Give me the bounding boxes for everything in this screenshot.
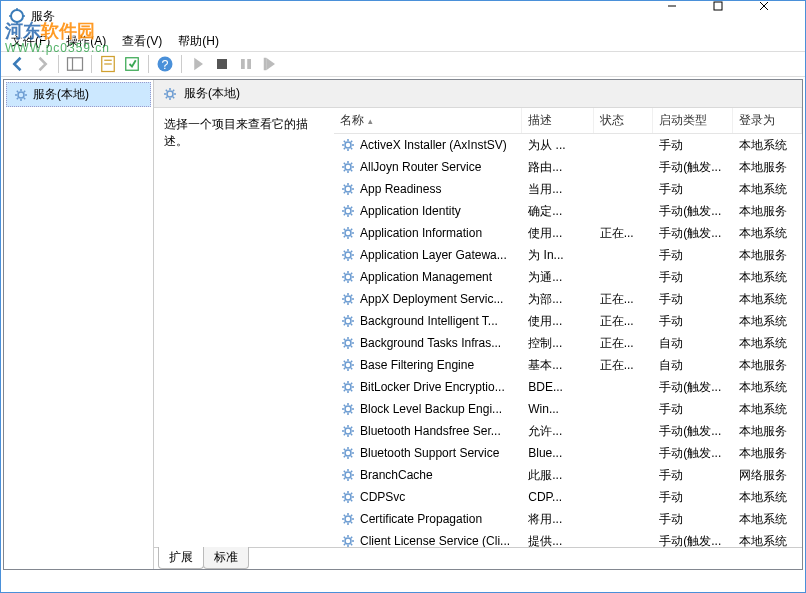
- table-row[interactable]: Block Level Backup Engi...Win...手动本地系统: [334, 398, 802, 420]
- service-start: 手动: [653, 509, 732, 530]
- service-name: Background Tasks Infras...: [360, 336, 501, 350]
- table-row[interactable]: AllJoyn Router Service路由...手动(触发...本地服务: [334, 156, 802, 178]
- service-name: Application Management: [360, 270, 492, 284]
- menu-view[interactable]: 查看(V): [116, 31, 168, 52]
- maximize-button[interactable]: [713, 1, 759, 31]
- tab-extended[interactable]: 扩展: [158, 547, 204, 569]
- gear-icon: [340, 511, 356, 527]
- table-row[interactable]: BranchCache此服...手动网络服务: [334, 464, 802, 486]
- gear-icon: [340, 225, 356, 241]
- service-name: Application Identity: [360, 204, 461, 218]
- service-desc: 使用...: [522, 223, 593, 244]
- service-logon: 本地系统: [733, 223, 802, 244]
- menu-action[interactable]: 操作(A): [60, 31, 112, 52]
- table-row[interactable]: Bluetooth Support ServiceBlue...手动(触发...…: [334, 442, 802, 464]
- col-status[interactable]: 状态: [594, 108, 654, 133]
- tree-root[interactable]: 服务(本地): [6, 82, 151, 107]
- service-name: Background Intelligent T...: [360, 314, 498, 328]
- stop-button[interactable]: [211, 53, 233, 75]
- table-row[interactable]: Application Management为通...手动本地系统: [334, 266, 802, 288]
- service-name: App Readiness: [360, 182, 441, 196]
- svg-rect-9: [68, 58, 83, 71]
- service-start: 手动: [653, 245, 732, 266]
- service-status: [594, 407, 654, 411]
- service-logon: 本地系统: [733, 135, 802, 156]
- table-row[interactable]: BitLocker Drive Encryptio...BDE...手动(触发.…: [334, 376, 802, 398]
- col-name[interactable]: 名称▴: [334, 108, 522, 133]
- minimize-button[interactable]: [667, 1, 713, 31]
- svg-point-38: [345, 472, 351, 478]
- table-row[interactable]: Certificate Propagation将用...手动本地系统: [334, 508, 802, 530]
- service-desc: BDE...: [522, 378, 593, 396]
- table-row[interactable]: AppX Deployment Servic...为部...正在...手动本地系…: [334, 288, 802, 310]
- tree-root-label: 服务(本地): [33, 86, 89, 103]
- service-name: BitLocker Drive Encryptio...: [360, 380, 505, 394]
- service-start: 手动(触发...: [653, 201, 732, 222]
- service-logon: 本地系统: [733, 509, 802, 530]
- bottom-tabs: 扩展 标准: [154, 547, 802, 569]
- service-status: [594, 275, 654, 279]
- back-button[interactable]: [7, 53, 29, 75]
- help-button[interactable]: ?: [154, 53, 176, 75]
- properties-button[interactable]: [97, 53, 119, 75]
- gear-icon: [340, 159, 356, 175]
- gear-icon: [340, 379, 356, 395]
- gear-icon: [340, 313, 356, 329]
- table-row[interactable]: Base Filtering Engine基本...正在...自动本地服务: [334, 354, 802, 376]
- tree-pane: 服务(本地): [4, 80, 154, 569]
- table-row[interactable]: Application Identity确定...手动(触发...本地服务: [334, 200, 802, 222]
- service-status: [594, 209, 654, 213]
- service-desc: 允许...: [522, 421, 593, 442]
- service-desc: 基本...: [522, 355, 593, 376]
- service-desc: 路由...: [522, 157, 593, 178]
- table-row[interactable]: Background Intelligent T...使用...正在...手动本…: [334, 310, 802, 332]
- service-logon: 本地系统: [733, 333, 802, 354]
- service-logon: 本地系统: [733, 311, 802, 332]
- table-row[interactable]: Bluetooth Handsfree Ser...允许...手动(触发...本…: [334, 420, 802, 442]
- service-desc: 为 In...: [522, 245, 593, 266]
- tab-standard[interactable]: 标准: [203, 547, 249, 569]
- table-row[interactable]: Client License Service (Cli...提供...手动(触发…: [334, 530, 802, 547]
- menu-help[interactable]: 帮助(H): [172, 31, 225, 52]
- table-row[interactable]: Application Layer Gatewa...为 In...手动本地服务: [334, 244, 802, 266]
- gear-icon: [340, 269, 356, 285]
- table-row[interactable]: App Readiness当用...手动本地系统: [334, 178, 802, 200]
- service-logon: 本地系统: [733, 531, 802, 548]
- gear-icon: [340, 357, 356, 373]
- pause-button[interactable]: [235, 53, 257, 75]
- col-logon[interactable]: 登录为: [733, 108, 802, 133]
- col-start[interactable]: 启动类型: [653, 108, 732, 133]
- svg-rect-14: [126, 58, 139, 71]
- export-button[interactable]: [121, 53, 143, 75]
- svg-point-29: [345, 274, 351, 280]
- svg-rect-19: [247, 59, 251, 69]
- svg-rect-20: [264, 58, 267, 71]
- svg-rect-18: [241, 59, 245, 69]
- service-logon: 本地服务: [733, 245, 802, 266]
- service-name: Application Layer Gatewa...: [360, 248, 507, 262]
- service-list: 名称▴ 描述 状态 启动类型 登录为 ActiveX Installer (Ax…: [334, 108, 802, 547]
- service-start: 手动(触发...: [653, 531, 732, 548]
- svg-rect-17: [217, 59, 227, 69]
- service-status: [594, 451, 654, 455]
- table-row[interactable]: Application Information使用...正在...手动(触发..…: [334, 222, 802, 244]
- detail-prompt: 选择一个项目来查看它的描述。: [164, 116, 324, 150]
- table-row[interactable]: ActiveX Installer (AxInstSV)为从 ...手动本地系统: [334, 134, 802, 156]
- forward-button[interactable]: [31, 53, 53, 75]
- app-icon: [9, 8, 25, 24]
- service-logon: 本地系统: [733, 289, 802, 310]
- restart-button[interactable]: [259, 53, 281, 75]
- table-row[interactable]: CDPSvcCDP...手动本地系统: [334, 486, 802, 508]
- service-name: ActiveX Installer (AxInstSV): [360, 138, 507, 152]
- service-status: 正在...: [594, 289, 654, 310]
- col-desc[interactable]: 描述: [522, 108, 593, 133]
- svg-point-30: [345, 296, 351, 302]
- menu-file[interactable]: 文件(F): [5, 31, 56, 52]
- close-button[interactable]: [759, 1, 805, 31]
- table-row[interactable]: Background Tasks Infras...控制...正在...自动本地…: [334, 332, 802, 354]
- svg-point-34: [345, 384, 351, 390]
- gear-icon: [340, 489, 356, 505]
- start-button[interactable]: [187, 53, 209, 75]
- service-status: [594, 495, 654, 499]
- show-hide-button[interactable]: [64, 53, 86, 75]
